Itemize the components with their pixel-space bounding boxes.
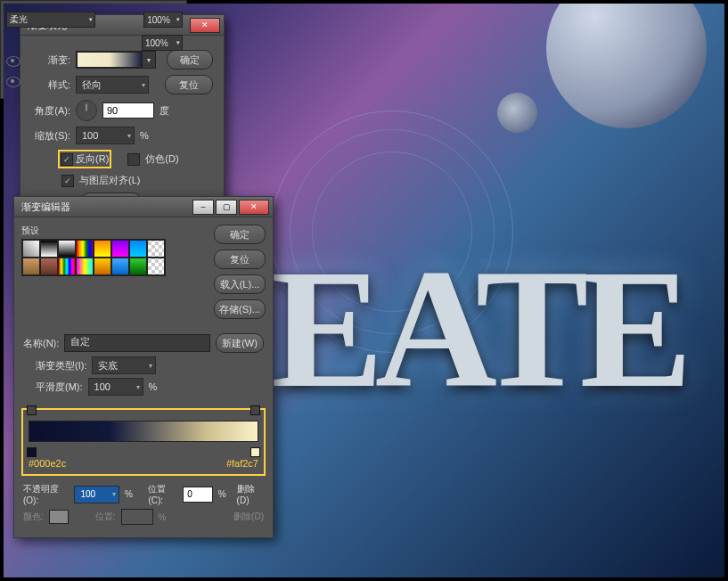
blend-mode-select[interactable]: 柔光 — [6, 12, 95, 28]
gradient-picker[interactable]: ▾ — [76, 51, 156, 69]
hex-left: #000e2c — [29, 458, 66, 469]
color-swatch[interactable] — [49, 510, 69, 524]
smooth-label: 平滑度(M): — [36, 381, 83, 394]
location-input[interactable]: 0 — [183, 487, 212, 503]
location2-input — [121, 509, 153, 525]
name-label: 名称(N): — [23, 337, 59, 350]
style-select[interactable]: 径向 — [76, 76, 149, 94]
smooth-unit: % — [149, 381, 158, 392]
dither-label: 仿色(D) — [145, 152, 178, 166]
planet-large — [546, 4, 707, 128]
preset-swatches[interactable] — [21, 239, 166, 276]
name-input[interactable]: 自定 — [64, 334, 210, 352]
opacity-stop-left[interactable] — [27, 405, 37, 415]
angle-input[interactable]: 90 — [102, 102, 154, 119]
align-checkbox[interactable]: ✓ — [61, 175, 74, 187]
save-button[interactable]: 存储(S)... — [214, 299, 266, 319]
opacity-stop-right[interactable] — [250, 405, 260, 415]
new-button[interactable]: 新建(W) — [216, 333, 264, 353]
gradient-editor-titlebar[interactable]: 渐变编辑器 – ▢ ✕ — [14, 197, 273, 217]
location2-unit: % — [159, 512, 167, 522]
style-label: 样式: — [31, 78, 70, 92]
location-label: 位置(C): — [148, 483, 177, 505]
visibility-icon[interactable] — [6, 56, 20, 67]
opacity-label: 不透明度(O): — [23, 483, 69, 505]
maximize-icon[interactable]: ▢ — [216, 200, 237, 215]
delete-stop-button[interactable]: 删除(D) — [237, 483, 264, 505]
close-icon[interactable]: ✕ — [190, 18, 220, 33]
visibility-icon[interactable] — [6, 77, 20, 87]
type-label: 渐变类型(I): — [36, 359, 86, 372]
type-select[interactable]: 实底 — [92, 356, 156, 374]
minimize-icon[interactable]: – — [192, 200, 214, 215]
ok-button[interactable]: 确定 — [214, 225, 266, 244]
angle-label: 角度(A): — [31, 104, 70, 118]
opacity-unit: % — [125, 489, 133, 499]
angle-dial[interactable] — [76, 100, 97, 121]
fill-input[interactable]: 100% — [142, 35, 183, 51]
reset-button[interactable]: 复位 — [214, 250, 266, 269]
hex-right: #faf2c7 — [226, 458, 258, 469]
load-button[interactable]: 载入(L)... — [214, 274, 266, 294]
gradient-editor-title: 渐变编辑器 — [21, 200, 70, 214]
gradient-label: 渐变: — [31, 53, 70, 67]
color-label: 颜色: — [23, 511, 44, 523]
location2-label: 位置: — [95, 511, 116, 523]
scale-input[interactable]: 100 — [76, 127, 135, 144]
smooth-input[interactable]: 100 — [88, 378, 143, 396]
opacity-input[interactable]: 100 — [74, 486, 119, 503]
ok-button[interactable]: 确定 — [167, 50, 213, 70]
delete2-button: 删除(D) — [233, 511, 264, 523]
artwork-text: EATE — [271, 232, 683, 426]
reverse-checkbox[interactable]: ✓ — [61, 153, 73, 166]
reverse-highlight: ✓ 反向(R) — [58, 150, 111, 168]
layer-opacity-input[interactable]: 100% — [143, 12, 183, 28]
align-label: 与图层对齐(L) — [79, 174, 140, 187]
close-icon[interactable]: ✕ — [239, 200, 269, 215]
gradient-editor-dialog: 渐变编辑器 – ▢ ✕ 预设 确定 复位 载入(L)... 存储(S)... 名… — [13, 196, 274, 538]
angle-unit: 度 — [160, 104, 169, 118]
planet-small — [497, 93, 537, 133]
scale-label: 缩放(S): — [31, 129, 70, 143]
color-stop-right[interactable] — [250, 447, 260, 457]
dither-checkbox[interactable] — [127, 153, 140, 166]
scale-unit: % — [140, 130, 149, 141]
reverse-label: 反向(R) — [76, 153, 109, 164]
presets-label: 预设 — [21, 225, 166, 237]
color-stop-left[interactable] — [27, 447, 37, 457]
reset-button[interactable]: 复位 — [165, 75, 213, 94]
gradient-bar-highlight: #000e2c #faf2c7 — [21, 408, 266, 476]
location-unit: % — [218, 489, 226, 499]
gradient-ramp[interactable] — [29, 421, 258, 442]
